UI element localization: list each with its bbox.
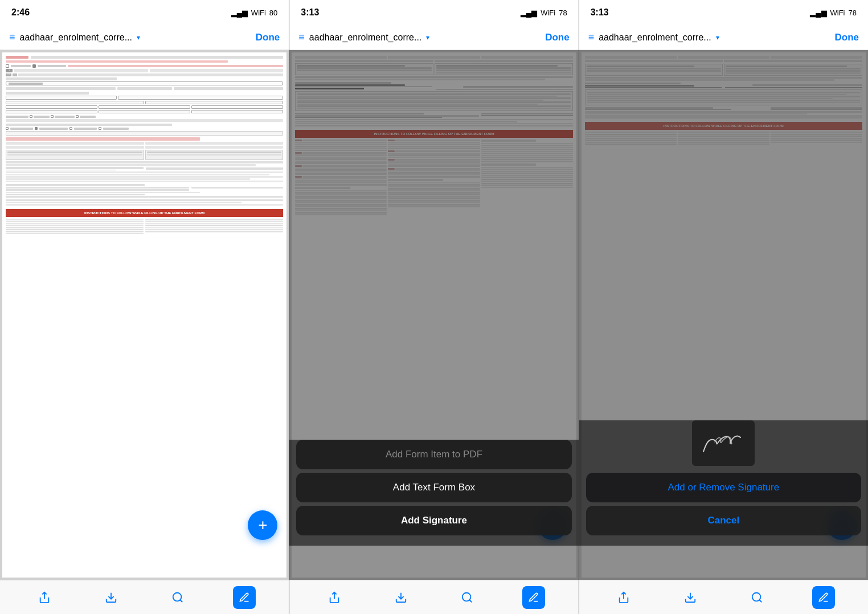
done-button-2[interactable]: Done	[545, 32, 570, 43]
nav-bar-1: ≡ aadhaar_enrolment_corre... ▾ Done	[0, 25, 289, 50]
menu-overlay-2: Add Form Item to PDF Add Text Form Box A…	[289, 440, 578, 546]
svg-line-11	[759, 600, 761, 602]
svg-line-3	[180, 600, 182, 602]
share-icon-1[interactable]	[33, 586, 56, 609]
menu-item-add-form: Add Form Item to PDF	[296, 440, 571, 469]
doc-content-1: 1 2.1	[0, 50, 289, 580]
doc-area-3: INSTRUCTIONS TO FOLLOW WHILE FILLING UP …	[579, 50, 868, 580]
chevron-icon-2: ▾	[426, 34, 429, 42]
menu-item-add-text[interactable]: Add Text Form Box	[296, 473, 571, 502]
search-icon-1[interactable]	[166, 586, 189, 609]
battery-icon-2: 78	[559, 9, 567, 17]
menu-icon-1[interactable]: ≡	[9, 31, 15, 43]
signal-icon-1: ▂▄▆	[231, 9, 248, 17]
status-icons-2: ▂▄▆ WiFi 78	[521, 9, 567, 17]
done-button-1[interactable]: Done	[256, 32, 280, 43]
markup-icon-3[interactable]	[812, 586, 835, 609]
done-button-3[interactable]: Done	[834, 32, 859, 43]
doc-area-2: INSTRUCTIONS TO FOLLOW WHILE FILLING UP …	[289, 50, 578, 580]
svg-point-10	[752, 592, 760, 601]
search-icon-2[interactable]	[456, 586, 478, 609]
status-bar-1: 2:46 ▂▄▆ WiFi 80	[0, 0, 289, 25]
instructions-header-1: INSTRUCTIONS TO FOLLOW WHILE FILLING UP …	[6, 209, 283, 217]
markup-icon-2[interactable]	[522, 586, 545, 609]
svg-line-7	[470, 600, 472, 602]
wifi-icon-1: WiFi	[251, 9, 266, 17]
doc-title-3: aadhaar_enrolment_corre...	[599, 32, 711, 43]
status-bar-2: 3:13 ▂▄▆ WiFi 78	[289, 0, 578, 25]
battery-icon-3: 78	[849, 9, 857, 17]
toolbar-3	[579, 580, 868, 614]
fab-button-1[interactable]: +	[248, 510, 277, 540]
nav-left-3: ≡ aadhaar_enrolment_corre... ▾	[588, 31, 719, 43]
wifi-icon-3: WiFi	[830, 9, 845, 17]
signal-icon-3: ▂▄▆	[810, 9, 826, 17]
nav-bar-2: ≡ aadhaar_enrolment_corre... ▾ Done	[289, 25, 578, 50]
chevron-icon-1: ▾	[137, 34, 140, 42]
download-icon-2[interactable]	[390, 586, 412, 609]
status-icons-3: ▂▄▆ WiFi 78	[810, 9, 857, 17]
status-bar-3: 3:13 ▂▄▆ WiFi 78	[579, 0, 868, 25]
svg-point-6	[462, 592, 471, 601]
cancel-button-3[interactable]: Cancel	[586, 506, 861, 535]
time-3: 3:13	[591, 7, 609, 18]
toolbar-1	[0, 580, 289, 614]
search-icon-3[interactable]	[746, 586, 768, 609]
panel-1: 2:46 ▂▄▆ WiFi 80 ≡ aadhaar_enrolment_cor…	[0, 0, 289, 614]
battery-icon-1: 80	[269, 9, 277, 17]
add-remove-signature-button[interactable]: Add or Remove Signature	[586, 473, 861, 502]
nav-left-2: ≡ aadhaar_enrolment_corre... ▾	[298, 31, 429, 43]
signal-icon-2: ▂▄▆	[521, 9, 537, 17]
signature-overlay-3: Add or Remove Signature Cancel	[579, 420, 868, 546]
time-1: 2:46	[11, 7, 30, 18]
wifi-icon-2: WiFi	[541, 9, 555, 17]
download-icon-3[interactable]	[679, 586, 702, 609]
doc-title-2: aadhaar_enrolment_corre...	[309, 32, 421, 43]
panel-3: 3:13 ▂▄▆ WiFi 78 ≡ aadhaar_enrolment_cor…	[579, 0, 868, 614]
menu-icon-2[interactable]: ≡	[298, 31, 305, 43]
signature-preview	[692, 420, 755, 466]
chevron-icon-3: ▾	[716, 34, 719, 42]
time-2: 3:13	[301, 7, 319, 18]
doc-area-1: 1 2.1	[0, 50, 289, 580]
doc-title-1: aadhaar_enrolment_corre...	[20, 32, 132, 43]
nav-left-1: ≡ aadhaar_enrolment_corre... ▾	[9, 31, 140, 43]
status-icons-1: ▂▄▆ WiFi 80	[231, 9, 278, 17]
menu-item-add-signature[interactable]: Add Signature	[296, 506, 571, 535]
menu-icon-3[interactable]: ≡	[588, 31, 595, 43]
markup-icon-1[interactable]	[233, 586, 256, 609]
panel-2: 3:13 ▂▄▆ WiFi 78 ≡ aadhaar_enrolment_cor…	[289, 0, 579, 614]
toolbar-2	[289, 580, 578, 614]
share-icon-2[interactable]	[323, 586, 346, 609]
share-icon-3[interactable]	[612, 586, 635, 609]
nav-bar-3: ≡ aadhaar_enrolment_corre... ▾ Done	[579, 25, 868, 50]
download-icon-1[interactable]	[100, 586, 122, 609]
svg-point-2	[173, 592, 182, 601]
